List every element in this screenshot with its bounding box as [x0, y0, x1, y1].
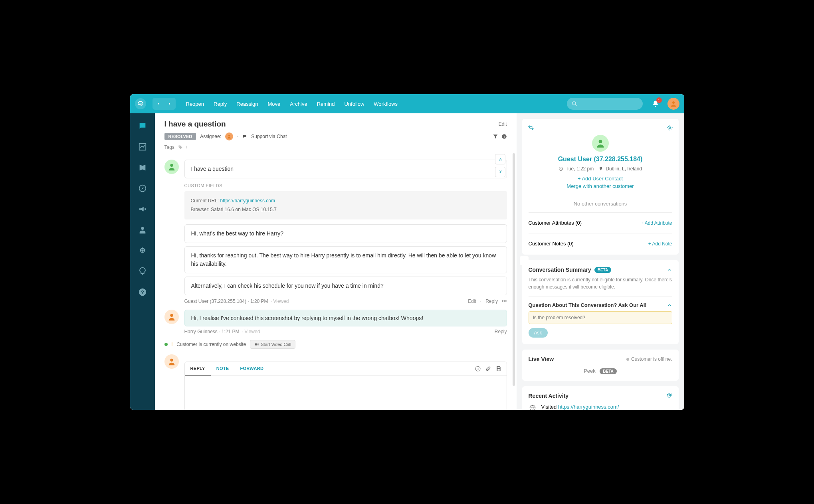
nav-reports[interactable]	[138, 142, 147, 152]
conversation-panel: I have a question Edit RESOLVED Assignee…	[155, 113, 517, 410]
add-attribute-link[interactable]: + Add Attribute	[641, 220, 672, 226]
collapse-summary-button[interactable]	[667, 267, 672, 273]
action-remind[interactable]: Remind	[314, 99, 338, 109]
browser-field-label: Browser:	[191, 207, 210, 212]
notifications-button[interactable]: 1	[650, 98, 661, 109]
left-nav: ?	[130, 113, 155, 410]
edit-title-link[interactable]: Edit	[499, 121, 507, 127]
url-field-value[interactable]: https://harryguinness.com	[220, 198, 275, 204]
compose-tab-forward[interactable]: FORWARD	[234, 362, 269, 376]
presence-dot	[164, 343, 168, 346]
emoji-button[interactable]	[475, 366, 481, 372]
save-icon	[495, 366, 502, 372]
action-workflows[interactable]: Workflows	[370, 99, 401, 109]
collapse-up-button[interactable]	[495, 154, 505, 164]
compose-tab-reply[interactable]: REPLY	[185, 362, 211, 376]
add-tag-button[interactable]: +	[185, 144, 188, 150]
pin-icon	[598, 166, 603, 171]
nav-help[interactable]: ?	[138, 287, 147, 297]
ask-button[interactable]: Ask	[529, 328, 548, 338]
user-icon	[595, 138, 606, 148]
start-video-call-button[interactable]: Start Video Call	[250, 340, 295, 349]
gear-icon	[667, 125, 673, 131]
action-archive[interactable]: Archive	[287, 99, 310, 109]
nav-contacts[interactable]	[138, 225, 147, 235]
message-edit-link[interactable]: Edit	[468, 298, 476, 304]
notes-label: Customer Notes (0)	[529, 241, 574, 247]
expand-down-button[interactable]	[495, 167, 505, 177]
action-unfollow[interactable]: Unfollow	[341, 99, 367, 109]
offline-dot	[626, 358, 629, 361]
body: ? I have a question Edit RESOLVED Assign…	[130, 113, 684, 410]
nav-docs[interactable]	[138, 163, 147, 172]
message-reply-link[interactable]: Reply	[485, 298, 498, 304]
presence-text: Customer is currently on website	[176, 342, 246, 347]
svg-point-0	[572, 102, 575, 105]
add-note-link[interactable]: + Add Note	[648, 241, 672, 247]
smile-icon	[475, 366, 481, 372]
live-view-card: Live View Customer is offline. Peek BETA	[522, 350, 679, 381]
assignee-avatar[interactable]	[225, 132, 233, 140]
compose-avatar	[164, 354, 179, 369]
compose-textarea[interactable]	[185, 376, 507, 410]
link-icon	[485, 366, 491, 372]
app-logo[interactable]	[135, 98, 146, 109]
filter-button[interactable]	[493, 134, 498, 139]
add-contact-link[interactable]: + Add User Contact	[529, 176, 672, 182]
assignee-label: Assignee:	[200, 134, 221, 139]
ai-card: Conversation Summary BETA This conversat…	[522, 260, 679, 344]
link-button[interactable]	[485, 366, 491, 372]
swap-button[interactable]	[528, 125, 534, 131]
nav-forward-button[interactable]	[164, 99, 175, 109]
custom-fields-box: Current URL: https://harryguinness.com B…	[184, 191, 507, 219]
collapse-ai-button[interactable]	[667, 302, 672, 308]
message-bubble: I have a question	[184, 160, 507, 178]
nav-settings[interactable]	[138, 246, 147, 255]
action-move[interactable]: Move	[265, 99, 284, 109]
compose-box: REPLY NOTE FORWARD	[184, 362, 507, 410]
info-button[interactable]: i	[501, 134, 507, 139]
merge-customer-link[interactable]: Merge with another customer	[529, 183, 672, 189]
activity-title: Recent Activity	[529, 393, 569, 399]
conversation-body: I have a question CUSTOM FIELDS Current …	[155, 154, 517, 410]
message-more-button[interactable]: •••	[502, 298, 507, 304]
search-input[interactable]	[567, 98, 643, 110]
message-reply-link[interactable]: Reply	[495, 329, 507, 334]
nav-conversations[interactable]	[138, 121, 147, 131]
nav-ideas[interactable]	[138, 267, 147, 276]
action-reassign[interactable]: Reassign	[233, 99, 261, 109]
settings-button[interactable]	[667, 125, 673, 131]
user-icon	[167, 312, 176, 321]
action-reply[interactable]: Reply	[210, 99, 230, 109]
compose-tab-note[interactable]: NOTE	[211, 362, 235, 376]
channel-label: Support via Chat	[251, 134, 287, 139]
nav-explore[interactable]	[138, 184, 147, 193]
chevron-right-icon	[168, 102, 172, 106]
status-badge: RESOLVED	[164, 133, 196, 140]
funnel-icon	[493, 134, 498, 139]
nav-buttons	[153, 98, 176, 110]
activity-item: Visited https://harryguinness.com/ 3m ag…	[529, 404, 672, 410]
video-icon	[254, 342, 259, 347]
svg-marker-16	[258, 344, 259, 346]
chart-icon	[138, 142, 147, 151]
save-button[interactable]	[495, 366, 502, 372]
info-icon: i	[501, 134, 507, 139]
customer-name[interactable]: Guest User (37.228.255.184)	[529, 156, 672, 163]
profile-avatar[interactable]	[667, 98, 679, 110]
action-reopen[interactable]: Reopen	[183, 99, 208, 109]
activity-url[interactable]: https://harryguinness.com/	[558, 404, 619, 410]
nav-campaigns[interactable]	[138, 204, 147, 214]
person-icon	[138, 225, 147, 234]
ai-question-input[interactable]	[529, 311, 672, 324]
peek-link[interactable]: Peek	[584, 368, 596, 374]
chat-bubble-icon	[242, 134, 247, 139]
nav-back-button[interactable]	[153, 99, 164, 109]
wand-icon	[520, 256, 529, 265]
customer-time: Tue, 1:22 pm	[566, 166, 594, 172]
customer-card: Guest User (37.228.255.184) Tue, 1:22 pm…	[522, 119, 679, 255]
scrollbar[interactable]	[513, 153, 515, 386]
refresh-activity-button[interactable]	[666, 393, 672, 399]
ai-question-title: Question About This Conversation? Ask Ou…	[529, 302, 647, 308]
user-icon	[167, 357, 176, 366]
